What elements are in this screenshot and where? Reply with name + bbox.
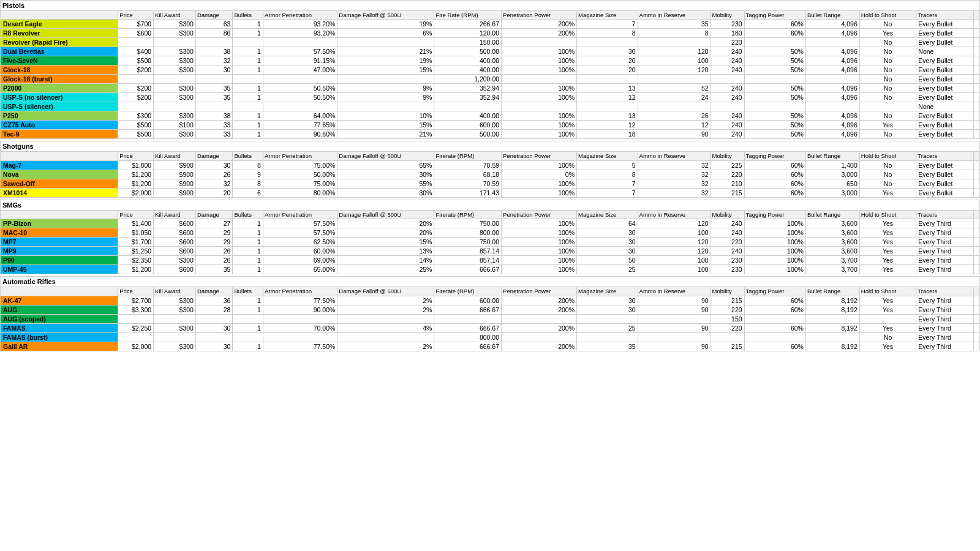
cell-7: 100% <box>502 179 577 188</box>
column-header-row: PriceKill AwardDamageBulletsArmor Penetr… <box>1 287 980 296</box>
cell-12: 8,192 <box>805 305 859 314</box>
cell-0: $500 <box>118 121 154 130</box>
cell-14: Every Third <box>916 265 973 274</box>
col-header-extra <box>973 210 979 219</box>
cell-10: 230 <box>710 20 744 29</box>
cell-4: 69.00% <box>263 256 337 265</box>
cell-12: 3,000 <box>805 170 859 179</box>
cell-9: 8 <box>638 29 710 38</box>
cell-13: Yes <box>859 121 916 130</box>
cell-4: 93.20% <box>263 20 337 29</box>
table-row: AUG$3,300$30028190.00%2%666.67200%309022… <box>1 305 980 314</box>
cell-4: 47.00% <box>263 66 337 75</box>
cell-extra <box>973 314 979 323</box>
cell-4: 80.00% <box>263 188 337 197</box>
col-header-13: Hold to Shoot <box>859 210 916 219</box>
col-header-2: Damage <box>195 210 233 219</box>
cell-11 <box>744 75 805 84</box>
cell-6: 600.00 <box>434 296 502 305</box>
cell-9: 52 <box>638 84 710 93</box>
cell-extra <box>973 170 979 179</box>
cell-6: 400.00 <box>434 111 502 121</box>
cell-13: Yes <box>859 219 916 228</box>
col-header-3: Bullets <box>233 11 263 20</box>
cell-7: 100% <box>502 247 577 256</box>
table-row: R8 Revolver$600$30086193.20%6%120.00200%… <box>1 29 980 38</box>
cell-2: 30 <box>195 323 233 332</box>
cell-4: 75.00% <box>263 179 337 188</box>
cell-14: Every Bullet <box>916 179 973 188</box>
cell-11: 50% <box>744 111 805 121</box>
cell-6: 500.00 <box>434 47 502 56</box>
cell-3 <box>233 332 263 342</box>
col-header-0: Price <box>118 287 154 296</box>
cell-8: 25 <box>577 323 638 332</box>
cell-12: 8,192 <box>805 342 859 351</box>
cell-9 <box>638 314 710 323</box>
col-header-11: Tagging Power <box>744 152 805 160</box>
table-row: Galil AR$2,000$30030177.50%2%666.67200%3… <box>1 342 980 351</box>
cell-4: 62.50% <box>263 238 337 247</box>
cell-3: 1 <box>233 296 263 305</box>
weapon-name: USP-S (silencer) <box>1 102 118 111</box>
column-header-row: PriceKill AwardDamageBulletsArmor Penetr… <box>1 152 980 160</box>
cell-2: 33 <box>195 121 233 130</box>
col-header-10: Mobility <box>710 287 744 296</box>
cell-6: 352.94 <box>434 93 502 102</box>
cell-0: $600 <box>118 29 154 38</box>
cell-11: 60% <box>744 342 805 351</box>
cell-4: 77.50% <box>263 342 337 351</box>
cell-13: No <box>859 160 916 170</box>
cell-12: 8,192 <box>805 323 859 332</box>
col-header-10: Mobility <box>710 152 744 160</box>
cell-7: 100% <box>502 256 577 265</box>
cell-4 <box>263 38 337 47</box>
cell-5: 9% <box>337 93 434 102</box>
cell-1: $300 <box>154 342 196 351</box>
cell-2 <box>195 102 233 111</box>
cell-extra <box>973 84 979 93</box>
cell-3: 1 <box>233 111 263 121</box>
cell-1 <box>154 314 196 323</box>
cell-5: 20% <box>337 228 434 238</box>
cell-9: 120 <box>638 66 710 75</box>
cell-7: 100% <box>502 121 577 130</box>
weapon-name: PP-Bizon <box>1 219 118 228</box>
cell-7: 100% <box>502 47 577 56</box>
cell-extra <box>973 332 979 342</box>
cell-10: 220 <box>710 170 744 179</box>
cell-0: $3,300 <box>118 305 154 314</box>
cell-14: Every Third <box>916 332 973 342</box>
col-header-11: Tagging Power <box>744 11 805 20</box>
cell-1: $900 <box>154 188 196 197</box>
cell-7: 100% <box>502 130 577 139</box>
cell-8: 7 <box>577 20 638 29</box>
cell-4 <box>263 75 337 84</box>
cell-14: Every Third <box>916 256 973 265</box>
cell-12: 4,096 <box>805 66 859 75</box>
cell-3 <box>233 102 263 111</box>
table-row: AK-47$2,700$30036177.50%2%600.00200%3090… <box>1 296 980 305</box>
cell-9: 24 <box>638 93 710 102</box>
cell-10: 240 <box>710 111 744 121</box>
table-row: MP9$1,250$60026160.00%13%857.14100%30120… <box>1 247 980 256</box>
table-row: Nova$1,200$90026950.00%30%68.180%8322206… <box>1 170 980 179</box>
cell-5: 10% <box>337 111 434 121</box>
cell-14: Every Third <box>916 247 973 256</box>
weapon-name: Five-SeveN <box>1 56 118 66</box>
cell-8: 30 <box>577 228 638 238</box>
col-header-2: Damage <box>195 11 233 20</box>
cell-2: 29 <box>195 228 233 238</box>
table-row: USP-S (no silencer)$200$30035150.50%9%35… <box>1 93 980 102</box>
cell-6: 68.18 <box>434 170 502 179</box>
cell-10 <box>710 332 744 342</box>
cell-1: $900 <box>154 170 196 179</box>
cell-12: 4,096 <box>805 84 859 93</box>
cell-10: 230 <box>710 256 744 265</box>
cell-7: 0% <box>502 170 577 179</box>
cell-10: 215 <box>710 296 744 305</box>
cell-7: 100% <box>502 84 577 93</box>
cell-8 <box>577 332 638 342</box>
cell-9 <box>638 102 710 111</box>
col-header-extra <box>973 152 979 160</box>
